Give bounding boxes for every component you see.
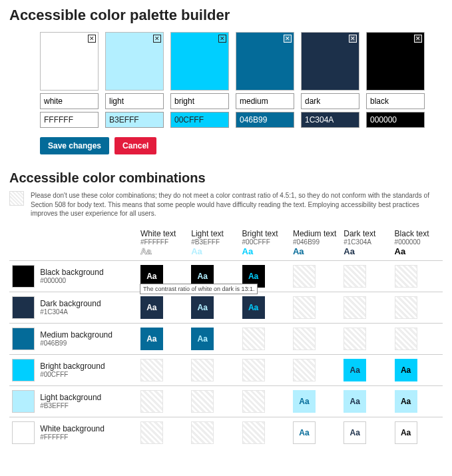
combo-na-cell xyxy=(140,390,163,413)
combo-cell[interactable]: Aa xyxy=(191,328,214,350)
swatch-color: ✕ xyxy=(40,32,99,91)
swatch-name-input[interactable] xyxy=(105,93,164,109)
swatch-color: ✕ xyxy=(301,32,359,91)
combo-cell[interactable]: Aa xyxy=(293,390,316,413)
combinations-title: Accessible color combinations xyxy=(9,170,443,186)
swatch-hex-input[interactable] xyxy=(170,112,229,128)
swatch-name-input[interactable] xyxy=(236,93,294,109)
palette-swatch: ✕ xyxy=(170,32,229,128)
swatch-hex-input[interactable] xyxy=(236,112,294,128)
row-swatch xyxy=(12,421,35,444)
column-header: White text#FFFFFFAa xyxy=(138,225,188,261)
swatch-color: ✕ xyxy=(105,32,164,91)
close-icon[interactable]: ✕ xyxy=(153,35,161,43)
row-label: Dark background#1C304A xyxy=(37,292,138,323)
combo-na-cell xyxy=(343,328,366,350)
accessibility-note: Please don't use these color combination… xyxy=(9,191,443,218)
combo-cell[interactable]: Aa xyxy=(242,296,265,319)
row-label: Black background#000000 xyxy=(37,260,138,292)
swatch-name-input[interactable] xyxy=(301,93,359,109)
row-label: Medium background#046B99 xyxy=(37,323,138,354)
row-label: Bright background#00CFFF xyxy=(37,354,138,385)
combo-na-cell xyxy=(395,265,417,288)
combo-na-cell xyxy=(293,359,316,381)
swatch-hex-input[interactable] xyxy=(105,112,164,128)
palette-swatch: ✕ xyxy=(40,32,99,128)
palette-swatch: ✕ xyxy=(236,32,294,128)
combo-na-cell xyxy=(191,421,214,444)
column-header: Bright text#00CFFFAa xyxy=(240,225,290,261)
close-icon[interactable]: ✕ xyxy=(88,35,96,43)
column-header: Black text#000000Aa xyxy=(392,225,443,261)
swatch-name-input[interactable] xyxy=(170,93,229,109)
combo-na-cell xyxy=(242,421,265,444)
combo-cell[interactable]: Aa xyxy=(343,421,366,444)
swatch-color: ✕ xyxy=(366,32,425,91)
close-icon[interactable]: ✕ xyxy=(414,35,422,43)
palette-swatch: ✕ xyxy=(301,32,359,128)
close-icon[interactable]: ✕ xyxy=(284,35,292,43)
combo-cell[interactable]: Aa xyxy=(395,390,417,413)
column-header: Light text#B3EFFFAa xyxy=(188,225,239,261)
combo-na-cell xyxy=(242,359,265,381)
combo-na-cell xyxy=(140,421,163,444)
swatch-hex-input[interactable] xyxy=(301,112,359,128)
close-icon[interactable]: ✕ xyxy=(218,35,226,43)
combo-na-cell xyxy=(343,296,366,319)
contrast-tooltip: The contrast ratio of white on dark is 1… xyxy=(140,284,258,294)
combo-na-cell xyxy=(242,328,265,350)
combo-na-cell xyxy=(293,296,316,319)
row-label: White background#FFFFFF xyxy=(37,417,138,448)
row-swatch xyxy=(12,265,35,288)
row-label: Light background#B3EFFF xyxy=(37,385,138,417)
not-applicable-icon xyxy=(9,191,24,206)
combo-cell[interactable]: Aa xyxy=(343,390,366,413)
palette-row: ✕✕✕✕✕✕ xyxy=(40,32,443,128)
row-swatch xyxy=(12,390,35,413)
combo-cell[interactable]: Aa xyxy=(395,359,417,381)
combo-na-cell xyxy=(395,296,417,319)
combo-cell[interactable]: Aa xyxy=(343,359,366,381)
table-row: Medium background#046B99AaAa xyxy=(9,323,443,354)
combo-na-cell xyxy=(242,390,265,413)
row-swatch xyxy=(12,296,35,319)
table-row: Light background#B3EFFFAaAaAa xyxy=(9,385,443,417)
combo-na-cell xyxy=(293,328,316,350)
column-header: Dark text#1C304AAa xyxy=(341,225,391,261)
combo-cell[interactable]: Aa xyxy=(395,421,417,444)
close-icon[interactable]: ✕ xyxy=(349,35,357,43)
save-button[interactable]: Save changes xyxy=(40,137,109,154)
page-title: Accessible color palette builder xyxy=(9,7,443,24)
table-row: Bright background#00CFFFAaAa xyxy=(9,354,443,385)
row-swatch xyxy=(12,359,35,381)
table-row: White background#FFFFFFAaAaAa xyxy=(9,417,443,448)
combo-na-cell xyxy=(191,359,214,381)
swatch-name-input[interactable] xyxy=(366,93,425,109)
combo-cell[interactable]: Aa xyxy=(191,296,214,319)
combo-cell[interactable]: The contrast ratio of white on dark is 1… xyxy=(140,296,163,319)
palette-swatch: ✕ xyxy=(105,32,164,128)
palette-swatch: ✕ xyxy=(366,32,425,128)
combinations-table: White text#FFFFFFAaLight text#B3EFFFAaBr… xyxy=(9,225,443,448)
combo-cell[interactable]: Aa xyxy=(293,421,316,444)
combo-na-cell xyxy=(293,265,316,288)
combo-cell[interactable]: Aa xyxy=(140,328,163,350)
cancel-button[interactable]: Cancel xyxy=(114,137,156,154)
combo-na-cell xyxy=(191,390,214,413)
swatch-hex-input[interactable] xyxy=(366,112,425,128)
swatch-name-input[interactable] xyxy=(40,93,99,109)
swatch-hex-input[interactable] xyxy=(40,112,99,128)
combo-na-cell xyxy=(395,328,417,350)
row-swatch xyxy=(12,328,35,350)
combo-na-cell xyxy=(343,265,366,288)
table-row: Dark background#1C304AThe contrast ratio… xyxy=(9,292,443,323)
column-header: Medium text#046B99Aa xyxy=(290,225,341,261)
combo-na-cell xyxy=(140,359,163,381)
accessibility-note-text: Please don't use these color combination… xyxy=(31,191,443,218)
swatch-color: ✕ xyxy=(236,32,294,91)
swatch-color: ✕ xyxy=(170,32,229,91)
